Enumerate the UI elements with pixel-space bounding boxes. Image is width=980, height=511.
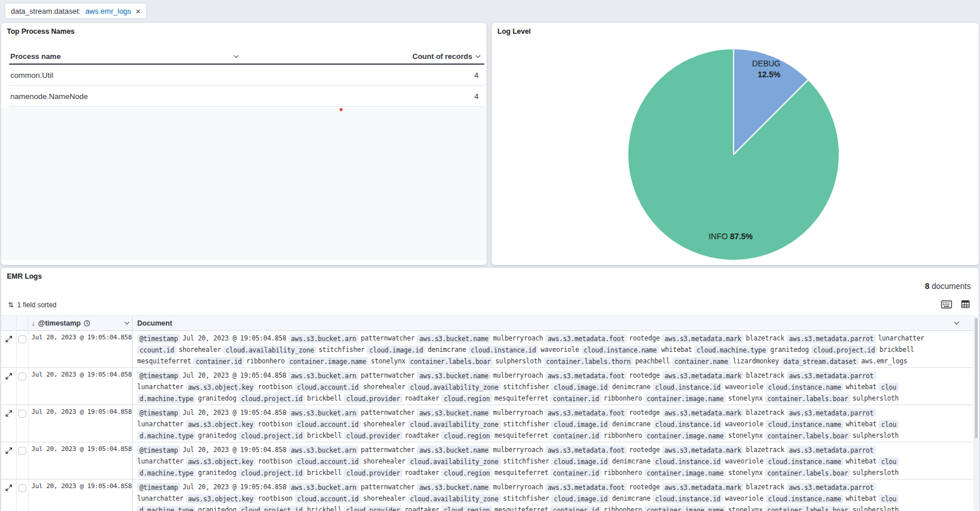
field-value: whitebat (846, 494, 877, 502)
display-options-grid-icon[interactable] (961, 300, 970, 308)
field-name-badge: container.labels.boar (408, 357, 493, 366)
expand-document-icon[interactable] (5, 446, 13, 456)
field-name-badge: container.labels.boar (765, 469, 850, 477)
field-value: sulphersloth (852, 469, 899, 477)
field-name-badge: container.image.name (644, 394, 726, 403)
field-value: whitebat (662, 346, 692, 354)
vertical-scrollbar[interactable] (974, 316, 978, 510)
field-value: denimcrane (612, 383, 651, 391)
field-name-badge: container.id (193, 357, 244, 366)
field-value: rootbison (258, 494, 293, 502)
filter-value: aws.emr_logs (85, 7, 131, 15)
field-value: ribbonhero (604, 431, 642, 439)
field-name-badge: aws.s3.metadata.mark (662, 483, 743, 492)
field-name-badge: container.image.name (644, 431, 726, 440)
field-value: mulberryroach (493, 483, 543, 491)
document-row: Jul 20, 2023 @ 19:05:04.858@timestampJul… (1, 442, 973, 480)
expand-document-icon[interactable] (5, 372, 13, 382)
field-value: mesquiteferret (495, 506, 548, 511)
field-value: blazetrack (746, 483, 784, 491)
filter-pill[interactable]: data_stream.dataset: aws.emr_logs × (5, 3, 147, 19)
column-header-count[interactable]: Count of records (238, 52, 484, 61)
pie-slice-info[interactable] (628, 49, 839, 260)
filter-field-label: data_stream.dataset: (11, 7, 81, 15)
field-name-badge: cloud.instance.id (653, 383, 723, 391)
scrollbar-thumb[interactable] (975, 318, 978, 438)
field-name-badge: data_stream.dataset (781, 357, 859, 366)
field-name-badge: cloud.instance.name (766, 494, 843, 503)
field-name-badge: aws.s3.object.key (186, 494, 256, 503)
red-dot (340, 108, 342, 111)
field-value: brickbell (307, 431, 342, 439)
field-value: waveoriole (725, 457, 763, 465)
chevron-down-icon[interactable] (954, 320, 959, 324)
select-document-checkbox[interactable] (18, 447, 26, 455)
keyboard-shortcuts-icon[interactable] (941, 300, 952, 308)
document-cell: @timestampJul 20, 2023 @ 19:05:04.858aws… (133, 368, 973, 405)
field-name-badge: aws.s3.bucket.arn (289, 446, 358, 454)
expand-document-icon[interactable] (5, 409, 13, 419)
field-name-badge: cloud.account.id (295, 457, 361, 466)
pie-label-info: INFO 87.5% (708, 231, 752, 242)
field-value: blazetrack (746, 446, 784, 454)
field-name-badge: aws.s3.metadata.mark (662, 446, 743, 454)
sort-desc-icon: ↓ (31, 319, 35, 327)
field-value: stonelynx (728, 394, 763, 402)
field-name-badge: container.image.name (644, 469, 726, 477)
chevron-down-icon[interactable] (476, 53, 480, 58)
panel-log-level: Log Level DEBUG12.5% INFO 87.5% (492, 23, 979, 265)
field-value: patternwatcher (361, 371, 415, 379)
chevron-down-icon[interactable] (125, 320, 129, 324)
field-name-badge: @timestamp (137, 446, 180, 454)
field-name-badge: aws.s3.bucket.name (417, 371, 491, 380)
close-icon[interactable]: × (136, 7, 141, 15)
field-value: sulphersloth (852, 394, 899, 402)
process-name-cell: common.Util (9, 71, 238, 80)
timestamp-column-header[interactable]: ↓ @timestamp (29, 316, 133, 330)
select-document-checkbox[interactable] (18, 484, 26, 492)
column-header-process-name[interactable]: Process name (9, 52, 238, 61)
field-value: Jul 20, 2023 @ 19:05:04.858 (182, 334, 286, 342)
sort-fields-button[interactable]: ⇅ 1 field sorted (8, 301, 57, 309)
select-document-checkbox[interactable] (18, 410, 26, 418)
field-name-badge: cloud.project.id (238, 394, 305, 403)
field-name-badge: d.machine.type (137, 469, 196, 477)
field-value: rootedge (629, 371, 660, 379)
expand-document-icon[interactable] (5, 335, 13, 344)
select-document-checkbox[interactable] (18, 335, 26, 343)
sort-icon: ⇅ (8, 301, 14, 309)
field-value: mesquiteferret (137, 357, 191, 365)
field-name-badge: d.machine.type (137, 506, 196, 511)
field-name-badge: aws.s3.bucket.name (417, 446, 491, 454)
field-value: rootbison (258, 457, 293, 465)
field-name-badge: cloud.account.id (295, 420, 361, 429)
panel-title: Top Process Names (7, 27, 75, 35)
expand-document-icon[interactable] (5, 484, 13, 493)
field-name-badge: aws.s3.metadata.parrot (787, 371, 876, 380)
field-name-badge: cloud.account.id (295, 383, 361, 391)
field-value: stonelynx (728, 506, 763, 511)
field-name-badge: aws.s3.metadata.parrot (787, 409, 876, 417)
panel-top-process-names: Top Process Names Process name Count of … (1, 23, 487, 265)
field-value: granitedog (770, 346, 808, 354)
field-value: sulphersloth (495, 357, 541, 365)
field-name-badge: container.labels.boar (765, 431, 850, 440)
field-value: Jul 20, 2023 @ 19:05:04.858 (182, 409, 286, 417)
field-value: mulberryroach (493, 371, 543, 379)
field-value: whitebat (846, 457, 877, 465)
field-value: sulphersloth (852, 506, 899, 511)
field-name-badge: cloud.account.id (295, 494, 361, 503)
document-column-header[interactable]: Document (133, 316, 973, 330)
field-name-badge: ccount.id (137, 346, 177, 354)
field-name-badge: container.labels.boar (765, 506, 850, 511)
field-name-badge: cloud.image.id (551, 457, 609, 466)
field-value: blazetrack (746, 409, 784, 417)
field-name-badge: cloud.region (441, 506, 492, 511)
field-value: ribbonhero (246, 357, 285, 365)
table-empty-area (1, 108, 487, 260)
table-row: namenode.NameNode4 (9, 86, 484, 107)
field-name-badge: d.machine.type (137, 394, 196, 403)
field-name-badge: aws.s3.object.key (186, 457, 256, 466)
select-document-checkbox[interactable] (18, 373, 26, 381)
field-name-badge: cloud.instance.name (581, 346, 659, 354)
